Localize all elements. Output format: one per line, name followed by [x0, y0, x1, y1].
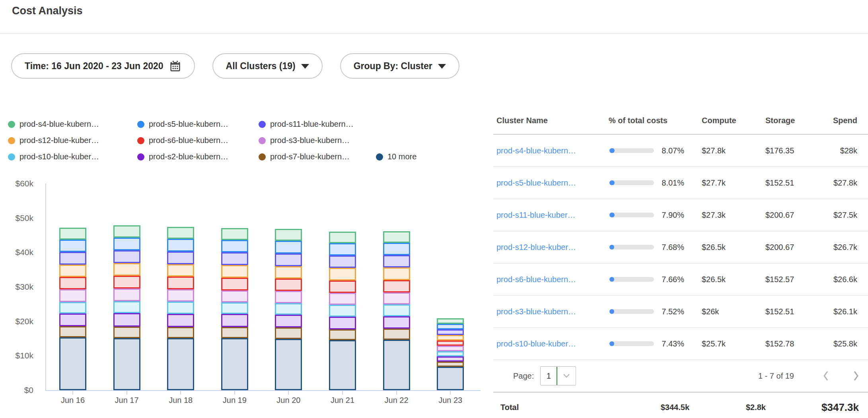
legend-item[interactable]: 10 more — [376, 152, 416, 161]
bar-segment[interactable] — [437, 329, 464, 335]
bar-segment[interactable] — [275, 279, 302, 291]
legend-item[interactable]: prod-s5-blue-kubern… — [137, 120, 259, 129]
bar-segment[interactable] — [221, 338, 248, 390]
legend-item[interactable]: prod-s2-blue-kubern… — [137, 152, 259, 161]
legend-item[interactable]: prod-s7-blue-kubern… — [259, 152, 376, 161]
bar-segment[interactable] — [437, 335, 464, 341]
bar-segment[interactable] — [221, 278, 248, 290]
bar-segment[interactable] — [437, 362, 464, 367]
bar-segment[interactable] — [221, 290, 248, 302]
bar-segment[interactable] — [275, 266, 302, 279]
bar-segment[interactable] — [329, 340, 356, 390]
bar-segment[interactable] — [167, 252, 194, 264]
bar-segment[interactable] — [59, 337, 86, 390]
cluster-name-link[interactable]: prod-s12-blue-kuber… — [496, 243, 576, 252]
bar-segment[interactable] — [383, 243, 410, 255]
time-range-filter[interactable]: Time: 16 Jun 2020 - 23 Jun 2020 — [11, 53, 195, 79]
bar-segment[interactable] — [59, 326, 86, 337]
bar-segment[interactable] — [383, 267, 410, 280]
cluster-name-link[interactable]: prod-s5-blue-kubern… — [496, 178, 576, 187]
bar-segment[interactable] — [167, 327, 194, 339]
bar-segment[interactable] — [113, 250, 140, 263]
bar-segment[interactable] — [275, 291, 302, 303]
bar-segment[interactable] — [167, 227, 194, 238]
bar-segment[interactable] — [329, 329, 356, 341]
bar-segment[interactable] — [113, 301, 140, 313]
bar-segment[interactable] — [113, 238, 140, 250]
bar-segment[interactable] — [59, 252, 86, 264]
bar-segment[interactable] — [383, 255, 410, 267]
bar-segment[interactable] — [113, 225, 140, 238]
bar-segment[interactable] — [221, 314, 248, 327]
bar-segment[interactable] — [437, 324, 464, 330]
bar-segment[interactable] — [221, 265, 248, 278]
bar-segment[interactable] — [59, 314, 86, 326]
bar-segment[interactable] — [167, 239, 194, 252]
bar-segment[interactable] — [329, 268, 356, 280]
bar-segment[interactable] — [437, 356, 464, 362]
bar-segment[interactable] — [437, 367, 464, 390]
bar-segment[interactable] — [329, 293, 356, 305]
bar-segment[interactable] — [437, 346, 464, 351]
bar-segment[interactable] — [275, 229, 302, 240]
col-header-spend[interactable]: Spend — [827, 116, 868, 125]
bar-segment[interactable] — [221, 252, 248, 265]
bar-segment[interactable] — [221, 327, 248, 339]
bar-segment[interactable] — [437, 351, 464, 356]
next-page-button[interactable] — [849, 368, 863, 384]
bar-segment[interactable] — [329, 255, 356, 268]
legend-item[interactable]: prod-s11-blue-kubern… — [259, 120, 376, 129]
col-header-compute[interactable]: Compute — [700, 116, 764, 125]
bar-segment[interactable] — [383, 304, 410, 316]
bar-segment[interactable] — [275, 315, 302, 327]
bar-segment[interactable] — [275, 327, 302, 339]
legend-item[interactable]: prod-s12-blue-kuber… — [8, 136, 137, 145]
group-by-dropdown[interactable]: Group By: Cluster — [340, 53, 459, 79]
cluster-name-link[interactable]: prod-s3-blue-kubern… — [496, 307, 576, 316]
cluster-name-link[interactable]: prod-s10-blue-kuber… — [496, 339, 576, 348]
bar-segment[interactable] — [59, 277, 86, 289]
bar-segment[interactable] — [329, 243, 356, 255]
bar-segment[interactable] — [167, 314, 194, 327]
legend-item[interactable]: prod-s10-blue-kuber… — [8, 152, 137, 161]
bar-segment[interactable] — [221, 240, 248, 252]
bar-segment[interactable] — [275, 339, 302, 390]
bar-segment[interactable] — [275, 303, 302, 315]
bar-segment[interactable] — [221, 228, 248, 240]
bar-segment[interactable] — [59, 302, 86, 314]
bar-segment[interactable] — [221, 302, 248, 314]
legend-item[interactable]: prod-s6-blue-kubern… — [137, 136, 259, 145]
bar-segment[interactable] — [113, 327, 140, 338]
col-header-cluster-name[interactable]: Cluster Name — [493, 116, 608, 125]
prev-page-button[interactable] — [819, 368, 833, 384]
bar-segment[interactable] — [275, 254, 302, 266]
clusters-filter-dropdown[interactable]: All Clusters (19) — [212, 53, 323, 79]
bar-segment[interactable] — [383, 329, 410, 340]
bar-segment[interactable] — [437, 318, 464, 324]
col-header-pct-total-costs[interactable]: % of total costs — [608, 116, 700, 125]
bar-segment[interactable] — [167, 338, 194, 390]
bar-segment[interactable] — [167, 277, 194, 289]
bar-segment[interactable] — [329, 317, 356, 329]
bar-segment[interactable] — [113, 263, 140, 276]
bar-segment[interactable] — [113, 288, 140, 301]
bar-segment[interactable] — [383, 316, 410, 329]
cluster-name-link[interactable]: prod-s4-blue-kubern… — [496, 146, 576, 155]
bar-segment[interactable] — [59, 265, 86, 277]
bar-segment[interactable] — [167, 289, 194, 302]
legend-item[interactable]: prod-s4-blue-kubern… — [8, 120, 137, 129]
bar-segment[interactable] — [437, 341, 464, 346]
bar-segment[interactable] — [113, 276, 140, 288]
bar-segment[interactable] — [329, 232, 356, 243]
bar-segment[interactable] — [113, 338, 140, 390]
bar-segment[interactable] — [167, 302, 194, 314]
bar-segment[interactable] — [59, 289, 86, 302]
bar-segment[interactable] — [383, 340, 410, 390]
legend-item[interactable]: prod-s3-blue-kubern… — [259, 136, 376, 145]
bar-segment[interactable] — [275, 241, 302, 254]
bar-segment[interactable] — [113, 313, 140, 327]
bar-segment[interactable] — [167, 264, 194, 277]
col-header-storage[interactable]: Storage — [764, 116, 827, 125]
cluster-name-link[interactable]: prod-s6-blue-kubern… — [496, 275, 576, 284]
bar-segment[interactable] — [383, 231, 410, 243]
